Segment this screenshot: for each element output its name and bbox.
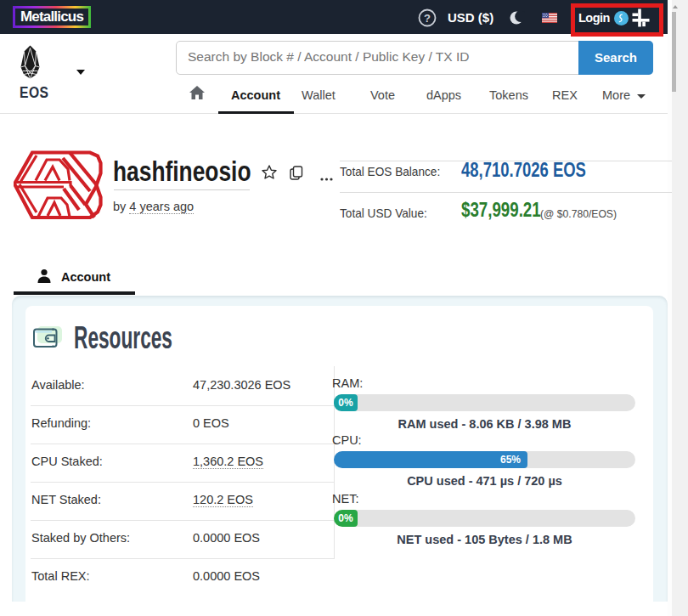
svg-text:?: ? (424, 12, 431, 25)
